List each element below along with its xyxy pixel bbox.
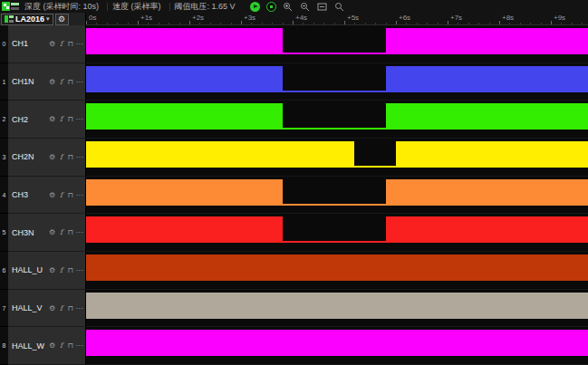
sample-depth-label: 深度 (采样时间: 10s) xyxy=(24,1,99,13)
channel-label-panel[interactable]: HALL_U ⚙ f ⊓ ⋯ xyxy=(8,252,86,290)
channel-icons: ⚙ f ⊓ ⋯ xyxy=(48,266,83,274)
zoom-in-icon[interactable] xyxy=(283,1,294,12)
device-settings-button[interactable]: ⚙ xyxy=(55,14,69,25)
channel-settings-icon[interactable]: ⚙ xyxy=(48,115,56,123)
channel-more-icon[interactable]: ⋯ xyxy=(75,153,83,161)
channel-label-panel[interactable]: CH3N ⚙ f ⊓ ⋯ xyxy=(8,214,86,252)
channel-trigger-icon[interactable]: ⊓ xyxy=(66,341,74,350)
channel-label-panel[interactable]: HALL_V ⚙ f ⊓ ⋯ xyxy=(8,290,86,328)
channel-row: 7 HALL_V ⚙ f ⊓ ⋯ xyxy=(0,290,588,328)
channel-trigger-icon[interactable]: ⊓ xyxy=(66,115,74,123)
channel-settings-icon[interactable]: ⚙ xyxy=(48,40,56,48)
channel-trigger-icon[interactable]: ⊓ xyxy=(66,304,74,312)
ruler-minor-tick xyxy=(572,23,573,24)
separator xyxy=(107,3,108,11)
channel-settings-icon[interactable]: ⚙ xyxy=(48,341,56,350)
ruler-minor-tick xyxy=(272,23,273,24)
channel-settings-icon[interactable]: ⚙ xyxy=(48,266,56,274)
waveform-lane[interactable] xyxy=(86,63,588,101)
channel-label-panel[interactable]: CH3 ⚙ f ⊓ ⋯ xyxy=(8,177,86,215)
channel-trigger-icon[interactable]: ⊓ xyxy=(66,266,74,274)
waveform-low-line xyxy=(283,128,386,130)
start-capture-button[interactable] xyxy=(250,2,260,12)
channel-row: 6 HALL_U ⚙ f ⊓ ⋯ xyxy=(0,252,588,290)
waveform-high-block xyxy=(86,66,283,92)
channel-measure-icon[interactable]: f xyxy=(57,40,65,48)
waveform-high-block xyxy=(86,330,588,356)
channel-number: 1 xyxy=(0,63,8,101)
time-ruler[interactable]: 0s+1s+2s+3s+4s+5s+6s+7s+8s+9s xyxy=(86,13,588,25)
waveform-low-line xyxy=(354,166,396,168)
channel-measure-icon[interactable]: f xyxy=(57,115,65,123)
ruler-tick-label: +9s xyxy=(554,14,565,22)
channel-more-icon[interactable]: ⋯ xyxy=(75,341,83,350)
ruler-minor-tick xyxy=(530,23,531,24)
zoom-out-icon[interactable] xyxy=(300,1,311,12)
channel-more-icon[interactable]: ⋯ xyxy=(75,304,83,312)
waveform-lane[interactable] xyxy=(86,327,588,365)
ruler-minor-tick xyxy=(468,23,469,24)
channel-label-panel[interactable]: CH2 ⚙ f ⊓ ⋯ xyxy=(8,101,86,139)
ruler-tick xyxy=(241,21,242,24)
channel-measure-icon[interactable]: f xyxy=(57,341,65,350)
channel-more-icon[interactable]: ⋯ xyxy=(75,191,83,199)
channel-trigger-icon[interactable]: ⊓ xyxy=(66,153,74,161)
channel-measure-icon[interactable]: f xyxy=(57,78,65,86)
ruler-minor-tick xyxy=(262,23,263,24)
channel-name: CH1N xyxy=(12,77,34,86)
channel-trigger-icon[interactable]: ⊓ xyxy=(66,78,74,86)
waveform-lane[interactable] xyxy=(86,214,588,252)
ruler-minor-tick xyxy=(303,23,304,24)
channel-measure-icon[interactable]: f xyxy=(57,191,65,199)
channel-settings-icon[interactable]: ⚙ xyxy=(48,228,56,236)
channel-number: 8 xyxy=(0,327,8,365)
ruler-minor-tick xyxy=(365,23,366,24)
channel-label-panel[interactable]: HALL_W ⚙ f ⊓ ⋯ xyxy=(8,327,86,365)
channel-row: 3 CH2N ⚙ f ⊓ ⋯ xyxy=(0,139,588,177)
ruler-minor-tick xyxy=(128,23,129,24)
ruler-minor-tick xyxy=(582,23,583,24)
channel-trigger-icon[interactable]: ⊓ xyxy=(66,228,74,236)
ruler-minor-tick xyxy=(231,23,232,24)
ruler-minor-tick xyxy=(179,23,180,24)
ruler-tick xyxy=(448,21,448,24)
channel-more-icon[interactable]: ⋯ xyxy=(75,266,83,274)
ruler-minor-tick xyxy=(159,23,159,24)
channel-more-icon[interactable]: ⋯ xyxy=(75,228,83,236)
waveform-lane[interactable] xyxy=(86,177,588,215)
ruler-minor-tick xyxy=(375,23,376,24)
channel-measure-icon[interactable]: f xyxy=(57,153,65,161)
ruler-minor-tick xyxy=(334,23,335,24)
waveform-lane[interactable] xyxy=(86,290,588,328)
channel-label-panel[interactable]: CH1N ⚙ f ⊓ ⋯ xyxy=(8,63,86,101)
stop-capture-button[interactable] xyxy=(266,2,276,12)
channel-measure-icon[interactable]: f xyxy=(57,304,65,312)
zoom-selection-icon[interactable] xyxy=(334,1,345,12)
channel-settings-icon[interactable]: ⚙ xyxy=(48,78,56,86)
waveform-lane[interactable] xyxy=(86,139,588,177)
device-and-ruler-bar: LA2016 ▾ ⚙ 0s+1s+2s+3s+4s+5s+6s+7s+8s+9s xyxy=(0,13,588,25)
kingst-logo-icon xyxy=(5,15,14,23)
channel-more-icon[interactable]: ⋯ xyxy=(75,115,83,123)
ruler-tick xyxy=(189,21,190,24)
channel-trigger-icon[interactable]: ⊓ xyxy=(66,40,74,48)
device-select[interactable]: LA2016 ▾ xyxy=(1,14,53,25)
waveform-lane[interactable] xyxy=(86,25,588,63)
channel-measure-icon[interactable]: f xyxy=(57,266,65,274)
waveform-lane[interactable] xyxy=(86,252,588,290)
channel-more-icon[interactable]: ⋯ xyxy=(75,40,83,48)
zoom-fit-icon[interactable] xyxy=(317,1,328,12)
waveform-lane[interactable] xyxy=(86,101,588,139)
kingst-logo-icon xyxy=(2,2,20,11)
channel-settings-icon[interactable]: ⚙ xyxy=(48,153,56,161)
chevron-down-icon: ▾ xyxy=(46,15,50,23)
channel-settings-icon[interactable]: ⚙ xyxy=(48,191,56,199)
channel-settings-icon[interactable]: ⚙ xyxy=(48,304,56,312)
waveform-low-line xyxy=(283,241,386,243)
channel-label-panel[interactable]: CH1 ⚙ f ⊓ ⋯ xyxy=(8,25,86,63)
ruler-minor-tick xyxy=(561,23,562,24)
channel-label-panel[interactable]: CH2N ⚙ f ⊓ ⋯ xyxy=(8,139,86,177)
channel-more-icon[interactable]: ⋯ xyxy=(75,78,83,86)
channel-measure-icon[interactable]: f xyxy=(57,228,65,236)
channel-trigger-icon[interactable]: ⊓ xyxy=(66,191,74,199)
